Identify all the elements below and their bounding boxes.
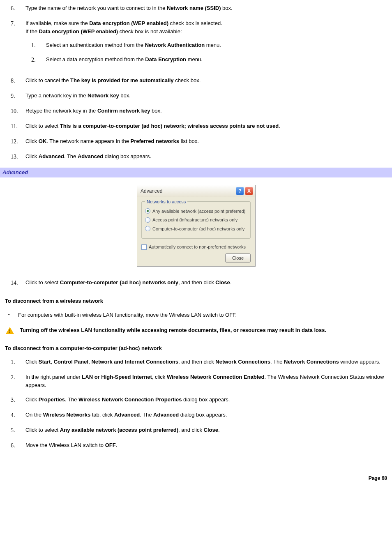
- bullet-list: ▪ For computers with built-in wireless L…: [5, 311, 387, 319]
- step-number: 9.: [5, 92, 25, 100]
- groupbox-title: Networks to access: [145, 198, 187, 205]
- step-text: Click to select Any available network (a…: [25, 426, 387, 435]
- radio-option[interactable]: Any available network (access point pref…: [145, 208, 247, 215]
- radio-icon[interactable]: [145, 217, 150, 223]
- step-text: Type the name of the network you want to…: [25, 4, 387, 13]
- step-number: 6.: [5, 4, 25, 13]
- radio-label: Any available network (access point pref…: [152, 208, 245, 215]
- section-banner-advanced: Advanced: [0, 168, 392, 177]
- checkbox-icon[interactable]: [141, 244, 147, 250]
- step-number: 4.: [5, 411, 25, 419]
- checkbox-label: Automatically connect to non-preferred n…: [149, 244, 246, 251]
- steps-list-b: 1.Click Start, Control Panel, Network an…: [5, 358, 387, 450]
- dialog-close-button[interactable]: Close: [225, 253, 251, 263]
- dialog-screenshot: Advanced ? X Networks to access Any avai…: [5, 185, 387, 267]
- step-number: 12.: [5, 137, 25, 146]
- subheading-disconnect-wireless: To disconnect from a wireless network: [5, 297, 387, 305]
- close-x-button[interactable]: X: [245, 187, 253, 195]
- step-text: Click OK. The network name appears in th…: [25, 137, 387, 146]
- subheading-disconnect-adhoc: To disconnect from a computer-to-compute…: [5, 344, 387, 352]
- auto-connect-checkbox-row[interactable]: Automatically connect to non-preferred n…: [141, 244, 251, 251]
- step-number: 8.: [5, 76, 25, 85]
- radio-label: Access point (infrastructure) networks o…: [152, 216, 238, 223]
- help-button[interactable]: ?: [236, 187, 244, 195]
- radio-option[interactable]: Computer-to-computer (ad hoc) networks o…: [145, 226, 247, 233]
- radio-label: Computer-to-computer (ad hoc) networks o…: [152, 226, 244, 233]
- warning-icon: [6, 327, 14, 334]
- step-text: Move the Wireless LAN switch to OFF.: [25, 441, 387, 450]
- step-number: 11.: [5, 122, 25, 131]
- radio-option[interactable]: Access point (infrastructure) networks o…: [145, 216, 247, 223]
- step-text: Click to cancel the The key is provided …: [25, 76, 387, 85]
- step-number: 2.: [5, 373, 25, 389]
- step-text: Click to select This is a computer-to-co…: [25, 122, 387, 131]
- step-text: If available, make sure the Data encrypt…: [25, 19, 387, 70]
- substep-number: 1.: [25, 41, 46, 50]
- substep-text: Select a data encryption method from the…: [46, 55, 387, 64]
- warning-text: Turning off the wireless LAN functionali…: [20, 326, 387, 334]
- radio-icon[interactable]: [145, 226, 150, 231]
- step-number: 10.: [5, 107, 25, 115]
- step-text: In the right panel under LAN or High-Spe…: [25, 373, 387, 389]
- dialog-titlebar: Advanced ? X: [137, 185, 255, 197]
- step-text: On the Wireless Networks tab, click Adva…: [25, 411, 387, 419]
- step-text: Retype the network key in the Confirm ne…: [25, 107, 387, 115]
- step-number: 3.: [5, 396, 25, 404]
- step-text: Click to select Computer-to-computer {ad…: [25, 279, 387, 287]
- step-number: 6.: [5, 441, 25, 450]
- step-number: 14.: [5, 279, 25, 287]
- radio-icon[interactable]: [145, 208, 150, 214]
- step-14: 14. Click to select Computer-to-computer…: [5, 279, 387, 287]
- step-number: 5.: [5, 426, 25, 435]
- warning-block: Turning off the wireless LAN functionali…: [5, 326, 387, 334]
- page-footer: Page 68: [5, 474, 387, 482]
- advanced-dialog: Advanced ? X Networks to access Any avai…: [137, 185, 255, 267]
- substep-text: Select an authentication method from the…: [46, 41, 387, 50]
- dialog-title: Advanced: [141, 187, 162, 195]
- sub-steps: 1.Select an authentication method from t…: [25, 41, 387, 64]
- networks-to-access-group: Networks to access Any available network…: [141, 201, 251, 239]
- bullet-icon: ▪: [5, 311, 13, 319]
- step-number: 13.: [5, 152, 25, 161]
- step-text: Click Advanced. The Advanced dialog box …: [25, 152, 387, 161]
- step-number: 7.: [5, 19, 25, 70]
- substep-number: 2.: [25, 55, 46, 64]
- step-text: Click Start, Control Panel, Network and …: [25, 358, 387, 366]
- steps-list-a: 6.Type the name of the network you want …: [5, 4, 387, 161]
- step-text: Type a network key in the Network key bo…: [25, 92, 387, 100]
- step-number: 1.: [5, 358, 25, 366]
- bullet-text: For computers with built-in wireless LAN…: [18, 311, 237, 319]
- step-text: Click Properties. The Wireless Network C…: [25, 396, 387, 404]
